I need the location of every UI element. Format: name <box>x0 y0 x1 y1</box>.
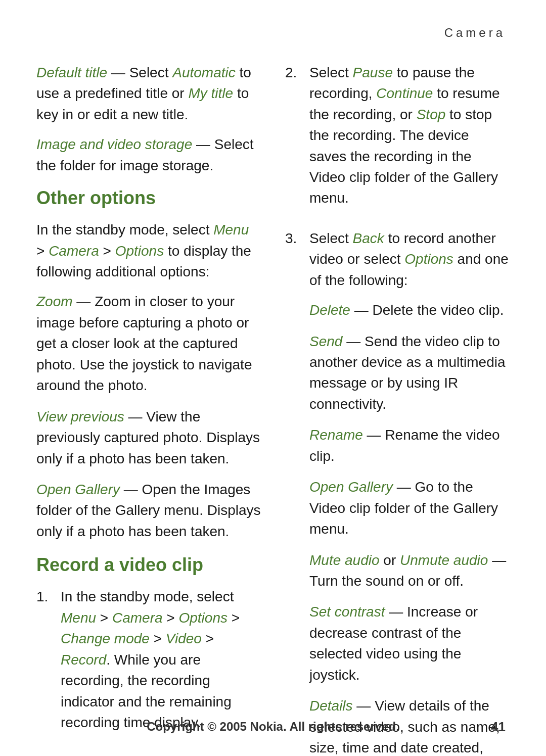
oo-sep2: > <box>99 243 115 259</box>
mute-audio-label: Mute audio <box>309 552 380 568</box>
delete-block: Delete — Delete the video clip. <box>309 300 510 320</box>
step1-record-label: Record <box>61 652 106 668</box>
image-storage-block: Image and video storage — Select the fol… <box>36 134 261 176</box>
send-label: Send <box>309 334 342 349</box>
oo-menu-label: Menu <box>213 222 249 238</box>
default-title-para: Default title — Select Automatic to use … <box>36 62 261 125</box>
oo-camera-label: Camera <box>49 243 99 259</box>
footer-page-number: 41 <box>491 718 506 737</box>
content-wrapper: Default title — Select Automatic to use … <box>0 52 546 756</box>
step1-sep3: > <box>228 610 240 626</box>
open-gallery-right-label: Open Gallery <box>309 479 393 495</box>
default-title-text1: — Select <box>107 65 172 80</box>
footer-copyright: Copyright © 2005 Nokia. All rights reser… <box>40 718 506 736</box>
step1-camera-label: Camera <box>112 610 163 626</box>
step2-stop-label: Stop <box>417 107 446 122</box>
record-video-section: Record a video clip 1. In the standby mo… <box>36 552 261 742</box>
step1-sep5: > <box>202 631 214 646</box>
open-gallery-left-label: Open Gallery <box>36 482 120 497</box>
step1-video-label: Video <box>166 631 202 646</box>
step1-content: In the standby mode, select Menu > Camer… <box>61 586 261 733</box>
page-footer: Copyright © 2005 Nokia. All rights reser… <box>0 718 546 736</box>
rename-block: Rename — Rename the video clip. <box>309 424 510 466</box>
step2-pause-label: Pause <box>353 65 393 80</box>
step3-options-label: Options <box>404 251 453 267</box>
delete-label: Delete <box>309 302 350 318</box>
left-column: Default title — Select Automatic to use … <box>36 62 261 756</box>
step2-text-before: Select <box>309 65 353 80</box>
set-contrast-label: Set contrast <box>309 604 385 620</box>
unmute-audio-label: Unmute audio <box>400 552 488 568</box>
record-video-heading: Record a video clip <box>36 552 261 578</box>
mute-audio-block: Mute audio or Unmute audio — Turn the so… <box>309 550 510 592</box>
step1-text-before: In the standby mode, select <box>61 589 234 604</box>
image-storage-label: Image and video storage <box>36 136 192 152</box>
intro-block: Default title — Select Automatic to use … <box>36 62 261 125</box>
step3-back-label: Back <box>353 230 384 246</box>
rename-label: Rename <box>309 427 363 443</box>
step1-sep1: > <box>96 610 112 626</box>
open-gallery-left-block: Open Gallery — Open the Images folder of… <box>36 479 261 542</box>
step2-continue-label: Continue <box>376 85 433 101</box>
other-options-section: Other options In the standby mode, selec… <box>36 185 261 542</box>
step1-options-label: Options <box>178 610 228 626</box>
step1-changemode-label: Change mode <box>61 631 150 646</box>
step1-sep2: > <box>163 610 179 626</box>
step3-content: Select Back to record another video or s… <box>309 228 510 756</box>
step2-content: Select Pause to pause the recording, Con… <box>309 62 510 209</box>
step3-item: 3. Select Back to record another video o… <box>285 228 510 756</box>
other-options-intro: In the standby mode, select Menu > Camer… <box>36 219 261 282</box>
step3-text-before: Select <box>309 230 353 246</box>
open-gallery-right-block: Open Gallery — Go to the Video clip fold… <box>309 477 510 539</box>
chapter-title: Camera <box>444 26 506 39</box>
step1-menu-label: Menu <box>61 610 96 626</box>
oo-sep1: > <box>36 243 49 259</box>
details-label: Details <box>309 698 353 714</box>
step3-number: 3. <box>285 228 303 756</box>
zoom-label: Zoom <box>36 294 73 309</box>
automatic-label: Automatic <box>172 65 236 80</box>
oo-intro-text: In the standby mode, select <box>36 222 213 238</box>
my-title-label: My title <box>188 85 233 101</box>
send-block: Send — Send the video clip to another de… <box>309 331 510 415</box>
right-numbered-list: 2. Select Pause to pause the recording, … <box>285 62 510 756</box>
step2-number: 2. <box>285 62 303 218</box>
right-column: 2. Select Pause to pause the recording, … <box>285 62 510 756</box>
default-title-label: Default title <box>36 65 107 80</box>
view-previous-label: View previous <box>36 409 124 424</box>
view-previous-block: View previous — View the previously capt… <box>36 406 261 469</box>
image-storage-para: Image and video storage — Select the fol… <box>36 134 261 176</box>
step2-item: 2. Select Pause to pause the recording, … <box>285 62 510 218</box>
set-contrast-block: Set contrast — Increase or decrease cont… <box>309 601 510 685</box>
mute-or-text: or <box>380 552 400 568</box>
oo-options-label: Options <box>115 243 164 259</box>
page-header: Camera <box>0 0 546 52</box>
delete-text: — Delete the video clip. <box>350 302 504 318</box>
step1-sep4: > <box>150 631 166 646</box>
step3-intro: Select Back to record another video or s… <box>309 228 510 291</box>
sub-options-list: Delete — Delete the video clip. Send — S… <box>309 300 510 756</box>
zoom-block: Zoom — Zoom in closer to your image befo… <box>36 291 261 396</box>
other-options-heading: Other options <box>36 185 261 211</box>
